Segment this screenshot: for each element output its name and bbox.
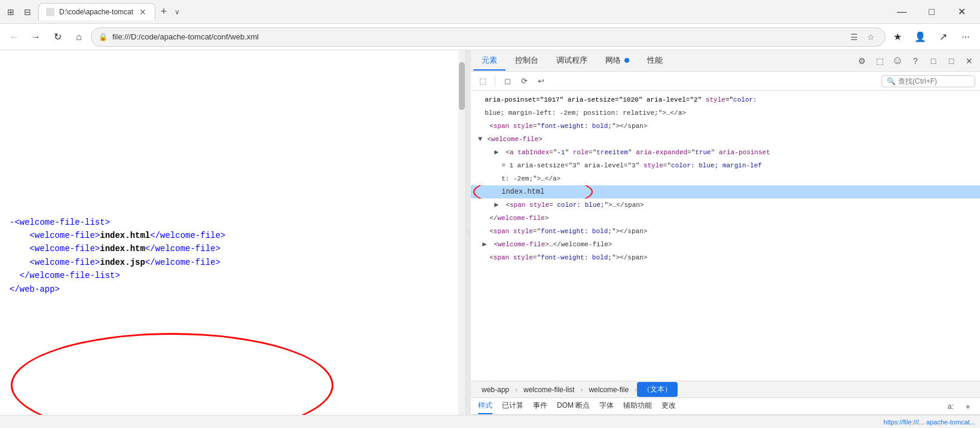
breadcrumb-bar: web-app › welcome-file-list › welcome-fi… bbox=[471, 381, 980, 398]
close-button[interactable]: ✕ bbox=[948, 0, 975, 24]
devtools-panel: 元素 控制台 调试程序 网络 性能 ⚙ ⬚ ☺ ? □ □ ✕ ⬚ ◻ ⟳ ↩ … bbox=[471, 50, 980, 415]
dom-line-2[interactable]: blue; margin-left: -2em; position: relat… bbox=[471, 106, 980, 120]
tab-area: D:\code\apache-tomcat ✕ + ∨ bbox=[38, 3, 888, 20]
search-box[interactable]: 🔍 bbox=[881, 75, 975, 87]
select-element-icon[interactable]: ◻ bbox=[500, 74, 514, 88]
dom-line-index-html[interactable]: index.html bbox=[471, 185, 980, 198]
dom-line-close-wf[interactable]: </welcome-file> bbox=[471, 212, 980, 225]
lock-icon: 🔒 bbox=[99, 33, 108, 41]
bookmark-icon[interactable]: ☆ bbox=[863, 30, 878, 44]
minimize-button[interactable]: — bbox=[888, 0, 915, 24]
back-button[interactable]: ← bbox=[5, 27, 24, 47]
tab-performance[interactable]: 性能 bbox=[639, 51, 671, 71]
devtools-toolbar: 元素 控制台 调试程序 网络 性能 ⚙ ⬚ ☺ ? □ □ ✕ bbox=[471, 50, 980, 72]
app-icon: ⊞ bbox=[5, 6, 17, 18]
styles-tab-events[interactable]: 事件 bbox=[533, 398, 547, 414]
code-tags: -<welcome-file-list> <welcome-file>index… bbox=[10, 218, 225, 294]
tab-debugger[interactable]: 调试程序 bbox=[548, 51, 596, 71]
styles-tab-font[interactable]: 字体 bbox=[599, 398, 614, 414]
tab-console[interactable]: 控制台 bbox=[507, 51, 547, 71]
dom-line-span-color[interactable]: ▶ <span style= color: blue;">…</span> bbox=[471, 198, 980, 212]
dom-content[interactable]: aria-posinset="1017" aria-setsize="1020"… bbox=[471, 91, 980, 381]
tab-close-button[interactable]: ✕ bbox=[138, 7, 148, 17]
vertical-scrollbar-track[interactable] bbox=[458, 50, 466, 415]
favorites-icon[interactable]: ★ bbox=[888, 27, 907, 47]
tab-favicon bbox=[46, 8, 54, 16]
profile-icon[interactable]: 👤 bbox=[911, 27, 930, 47]
title-bar: ⊞ ⊟ D:\code\apache-tomcat ✕ + ∨ — □ ✕ bbox=[0, 0, 980, 24]
toolbar-sep-1 bbox=[495, 76, 495, 87]
vertical-scrollbar-thumb[interactable] bbox=[459, 62, 465, 110]
status-url: https://file:///... apache-tomcat... bbox=[884, 418, 975, 426]
styles-tab-changes[interactable]: 更改 bbox=[662, 398, 676, 414]
dom-line-a-end[interactable]: t: -2em;">…</a> bbox=[471, 172, 980, 185]
dt-expand-icon[interactable]: ⬚ bbox=[871, 53, 888, 69]
nav-bar: ← → ↻ ⌂ 🔒 file:///D:/code/apache-tomcat/… bbox=[0, 24, 980, 50]
styles-tab-accessibility[interactable]: 辅助功能 bbox=[623, 398, 652, 414]
capture-icon[interactable]: ↩ bbox=[534, 74, 548, 88]
font-size-plus-button[interactable]: + bbox=[963, 402, 973, 411]
dt-emoji-icon[interactable]: ☺ bbox=[889, 53, 906, 69]
dt-close-icon[interactable]: ✕ bbox=[961, 53, 978, 69]
styles-tab-dom-breakpoints[interactable]: DOM 断点 bbox=[557, 398, 590, 414]
more-menu-icon[interactable]: ··· bbox=[956, 27, 975, 47]
breadcrumb-web-app[interactable]: web-app bbox=[476, 383, 515, 396]
search-input[interactable] bbox=[898, 77, 970, 85]
address-actions: ☰ ☆ bbox=[847, 30, 878, 44]
dom-line-a-cont[interactable]: = 1 aria-setsize="3" aria-level="3" styl… bbox=[471, 159, 980, 172]
dt-settings-icon[interactable]: ⚙ bbox=[853, 53, 870, 69]
breadcrumb-welcome-file[interactable]: welcome-file bbox=[583, 383, 635, 396]
search-icon: 🔍 bbox=[887, 77, 896, 85]
dt-undock-icon[interactable]: □ bbox=[925, 53, 942, 69]
dom-line-a-tag[interactable]: ▶ <a tabIndex="-1" role="treeitem" aria-… bbox=[471, 146, 980, 159]
font-size-label: a: bbox=[948, 402, 954, 411]
title-bar-icons: ⊞ ⊟ bbox=[5, 6, 33, 18]
dom-line-welcome-file[interactable]: ▼ <welcome-file> bbox=[471, 133, 980, 146]
forward-button[interactable]: → bbox=[26, 27, 45, 47]
tab-dropdown-button[interactable]: ∨ bbox=[174, 8, 180, 16]
code-content: -<welcome-file-list> <welcome-file>index… bbox=[10, 55, 456, 296]
tab-network[interactable]: 网络 bbox=[597, 51, 638, 71]
new-tab-button[interactable]: + bbox=[155, 4, 172, 20]
reading-view-icon[interactable]: ☰ bbox=[847, 30, 861, 44]
dom-line-1[interactable]: aria-posinset="1017" aria-setsize="1020"… bbox=[471, 93, 980, 106]
dom-line-span-bold[interactable]: <span style="font-weight: bold;"></span> bbox=[471, 225, 980, 238]
devtools-bottom: web-app › welcome-file-list › welcome-fi… bbox=[471, 381, 980, 415]
circle-annotation-1 bbox=[11, 333, 333, 415]
browser-tab[interactable]: D:\code\apache-tomcat ✕ bbox=[38, 3, 155, 20]
share-icon[interactable]: ↗ bbox=[933, 27, 953, 47]
status-bar-right: https://file:///... apache-tomcat... bbox=[884, 418, 975, 426]
accessibility-icon[interactable]: ⟳ bbox=[517, 74, 531, 88]
inspect-icon[interactable]: ⬚ bbox=[476, 74, 490, 88]
address-text: file:///D:/code/apache-tomcat/conf/web.x… bbox=[112, 32, 842, 41]
tab-title: D:\code\apache-tomcat bbox=[59, 8, 133, 16]
panel-divider[interactable]: ⋮ bbox=[466, 50, 471, 415]
styles-tab-computed[interactable]: 已计算 bbox=[502, 398, 523, 414]
devtools-secondary-toolbar: ⬚ ◻ ⟳ ↩ 🔍 bbox=[471, 72, 980, 91]
window-controls: — □ ✕ bbox=[888, 0, 975, 24]
styles-tab-styles[interactable]: 样式 bbox=[478, 398, 492, 414]
styles-toolbar: 样式 已计算 事件 DOM 断点 字体 辅助功能 更改 a: + bbox=[471, 398, 980, 415]
dom-line-span-bold-2[interactable]: <span style="font-weight: bold;"></span> bbox=[471, 251, 980, 264]
code-panel: -<welcome-file-list> <welcome-file>index… bbox=[0, 50, 466, 415]
tab-elements[interactable]: 元素 bbox=[473, 51, 506, 71]
dt-dock-side-icon[interactable]: □ bbox=[943, 53, 960, 69]
home-button[interactable]: ⌂ bbox=[69, 27, 88, 47]
refresh-button[interactable]: ↻ bbox=[48, 27, 67, 47]
maximize-button[interactable]: □ bbox=[918, 0, 945, 24]
breadcrumb-text-node[interactable]: （文本） bbox=[637, 382, 678, 397]
dt-help-icon[interactable]: ? bbox=[907, 53, 924, 69]
toolbar-right: ★ 👤 ↗ ··· bbox=[888, 27, 975, 47]
main-content: -<welcome-file-list> <welcome-file>index… bbox=[0, 50, 980, 415]
dom-line-wf-collapsed[interactable]: ▶ <welcome-file>…</welcome-file> bbox=[471, 238, 980, 251]
tab-organizer-icon[interactable]: ⊟ bbox=[22, 6, 33, 18]
status-bar: https://file:///... apache-tomcat... bbox=[0, 415, 980, 428]
dom-line-span-1[interactable]: <span style="font-weight: bold;"></span> bbox=[471, 120, 980, 133]
breadcrumb-welcome-file-list[interactable]: welcome-file-list bbox=[517, 383, 580, 396]
address-bar[interactable]: 🔒 file:///D:/code/apache-tomcat/conf/web… bbox=[91, 27, 886, 47]
